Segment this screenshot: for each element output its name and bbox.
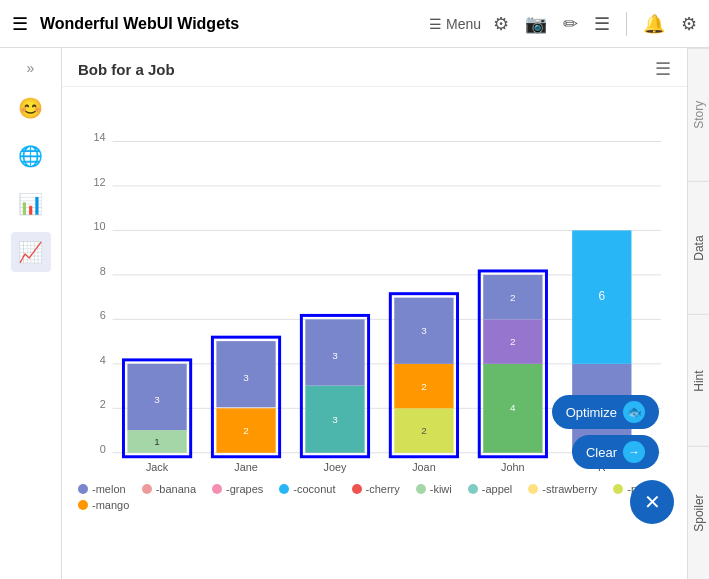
list-icon[interactable]: ☰: [594, 13, 610, 35]
svg-text:1: 1: [154, 436, 160, 447]
svg-text:3: 3: [332, 350, 338, 361]
tab-spoiler[interactable]: Spoiler: [688, 446, 709, 579]
legend-dot-cherry: [352, 484, 362, 494]
legend-kiwi: -kiwi: [416, 483, 452, 495]
svg-text:2: 2: [100, 398, 106, 410]
legend-dot-banana: [142, 484, 152, 494]
svg-text:2: 2: [510, 336, 516, 347]
svg-text:3: 3: [421, 325, 427, 336]
legend-grapes: -strawberry: [528, 483, 597, 495]
sidebar-item-globe[interactable]: 🌐: [11, 136, 51, 176]
optimize-label: Optimize: [566, 405, 617, 420]
optimize-icon: 🐟: [623, 401, 645, 423]
legend-dot-grapes: [528, 484, 538, 494]
bell-icon[interactable]: 🔔: [643, 13, 665, 35]
edit-icon[interactable]: ✏: [563, 13, 578, 35]
svg-text:2: 2: [510, 292, 516, 303]
chart-header: Bob for a Job ☰: [62, 48, 687, 87]
svg-text:12: 12: [94, 176, 106, 188]
legend-label-coconut: -coconut: [293, 483, 335, 495]
settings-icon[interactable]: ⚙: [493, 13, 509, 35]
legend-melon: -melon: [78, 483, 126, 495]
fab-close-button[interactable]: ✕: [630, 480, 674, 524]
legend-coconut: -coconut: [279, 483, 335, 495]
tab-data[interactable]: Data: [688, 181, 709, 314]
menu-button[interactable]: ☰ Menu: [429, 16, 481, 32]
svg-text:0: 0: [100, 443, 106, 455]
svg-text:John: John: [501, 461, 525, 473]
legend-dot-strawberry: [212, 484, 222, 494]
legend-banana: -banana: [142, 483, 196, 495]
chart-title: Bob for a Job: [78, 61, 175, 78]
legend-label-cherry: -cherry: [366, 483, 400, 495]
sidebar-item-bar[interactable]: 📈: [11, 232, 51, 272]
sidebar-item-chart[interactable]: 📊: [11, 184, 51, 224]
svg-text:2: 2: [243, 425, 249, 436]
svg-text:Joan: Joan: [412, 461, 436, 473]
right-tabs: Story Data Hint Spoiler: [687, 48, 709, 579]
legend-label-melon: -melon: [92, 483, 126, 495]
optimize-button[interactable]: Optimize 🐟: [552, 395, 659, 429]
svg-text:3: 3: [243, 372, 249, 383]
svg-text:Joey: Joey: [323, 461, 347, 473]
svg-text:6: 6: [599, 289, 606, 303]
svg-text:3: 3: [154, 394, 160, 405]
legend-label-kiwi: -kiwi: [430, 483, 452, 495]
svg-text:Jane: Jane: [234, 461, 258, 473]
legend-label-strawberry: -grapes: [226, 483, 263, 495]
clear-label: Clear: [586, 445, 617, 460]
legend-dot-appel: [468, 484, 478, 494]
sidebar-item-smiley[interactable]: 😊: [11, 88, 51, 128]
svg-text:10: 10: [94, 220, 106, 232]
legend-dot-pear: [613, 484, 623, 494]
toolbar-icons: ⚙ 📷 ✏ ☰ 🔔 ⚙: [493, 12, 697, 36]
legend-label-banana: -banana: [156, 483, 196, 495]
legend-dot-mango: [78, 500, 88, 510]
legend-dot-coconut: [279, 484, 289, 494]
app-title: Wonderful WebUI Widgets: [40, 15, 417, 33]
legend-appel: -appel: [468, 483, 513, 495]
sliders-icon[interactable]: ⚙: [681, 13, 697, 35]
svg-text:3: 3: [332, 414, 338, 425]
svg-text:2: 2: [421, 425, 427, 436]
main-content: Bob for a Job ☰ 0 2 4 6 8 10 12 14: [62, 48, 687, 579]
legend-cherry: -cherry: [352, 483, 400, 495]
legend-dot-melon: [78, 484, 88, 494]
menu-icon: ☰: [429, 16, 442, 32]
clear-button[interactable]: Clear →: [572, 435, 659, 469]
tab-hint[interactable]: Hint: [688, 314, 709, 447]
tab-story[interactable]: Story: [688, 48, 709, 181]
chart-menu-button[interactable]: ☰: [655, 58, 671, 80]
svg-text:6: 6: [100, 309, 106, 321]
legend-label-mango: -mango: [92, 499, 129, 511]
legend-mango: -mango: [78, 499, 129, 511]
legend-label-appel: -appel: [482, 483, 513, 495]
hamburger-icon[interactable]: ☰: [12, 13, 28, 35]
top-nav: ☰ Wonderful WebUI Widgets ☰ Menu ⚙ 📷 ✏ ☰…: [0, 0, 709, 48]
camera-icon[interactable]: 📷: [525, 13, 547, 35]
svg-text:4: 4: [510, 402, 516, 413]
collapse-button[interactable]: »: [19, 56, 43, 80]
svg-text:14: 14: [94, 131, 106, 143]
svg-text:2: 2: [421, 381, 427, 392]
svg-text:4: 4: [100, 354, 106, 366]
divider: [626, 12, 627, 36]
legend-label-grapes: -strawberry: [542, 483, 597, 495]
fab-icon: ✕: [644, 490, 661, 514]
legend-strawberry: -grapes: [212, 483, 263, 495]
chart-legend: -melon -banana -grapes -coconut -cherry …: [62, 477, 687, 517]
sidebar: » 😊 🌐 📊 📈: [0, 48, 62, 579]
clear-icon: →: [623, 441, 645, 463]
legend-dot-kiwi: [416, 484, 426, 494]
svg-text:Jack: Jack: [146, 461, 169, 473]
svg-text:8: 8: [100, 265, 106, 277]
